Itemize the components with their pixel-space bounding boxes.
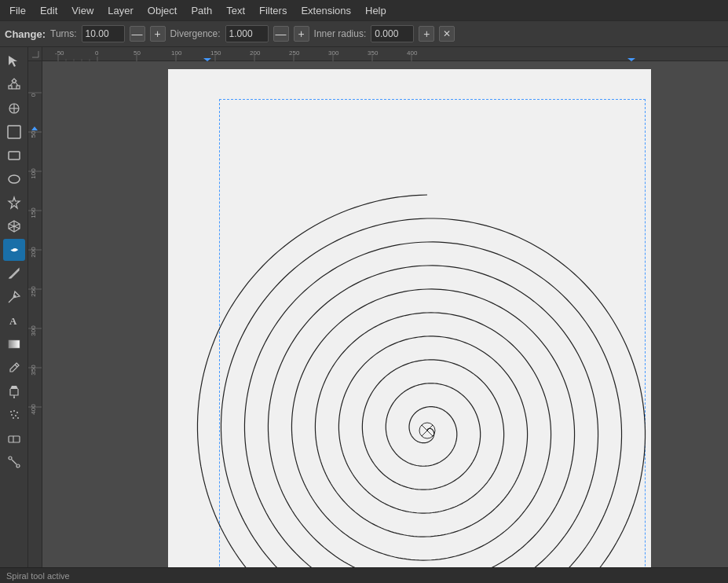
svg-point-33 xyxy=(9,456,12,460)
svg-text:150: 150 xyxy=(30,207,37,218)
svg-point-11 xyxy=(9,175,20,183)
tool-3dbox[interactable] xyxy=(3,215,25,237)
menu-file[interactable]: File xyxy=(3,3,32,18)
content-row: 0 50 100 150 200 250 300 xyxy=(28,61,728,567)
tool-zoom[interactable] xyxy=(3,121,25,143)
svg-line-21 xyxy=(15,365,17,367)
svg-text:400: 400 xyxy=(407,50,418,57)
tool-node[interactable] xyxy=(3,74,25,96)
menu-object[interactable]: Object xyxy=(141,3,184,18)
toolbar-divergence-minus[interactable]: — xyxy=(273,26,289,42)
svg-rect-2 xyxy=(16,86,20,89)
menubar: File Edit View Layer Object Path Text Fi… xyxy=(0,0,728,20)
menu-layer[interactable]: Layer xyxy=(101,3,140,18)
ruler-left: 0 50 100 150 200 250 300 xyxy=(28,61,42,567)
toolbar-turns-label: Turns: xyxy=(50,28,77,39)
menu-path[interactable]: Path xyxy=(185,3,218,18)
svg-text:300: 300 xyxy=(328,50,339,57)
toolbar-divergence-plus[interactable]: + xyxy=(294,26,309,42)
svg-rect-20 xyxy=(9,340,20,348)
tool-eraser[interactable] xyxy=(3,427,25,449)
tool-spray[interactable] xyxy=(3,404,25,426)
toolbar-turns-input[interactable] xyxy=(82,25,125,42)
svg-text:300: 300 xyxy=(30,325,37,336)
svg-text:0: 0 xyxy=(30,93,37,97)
toolbar-turns-minus[interactable]: — xyxy=(130,26,145,42)
svg-text:250: 250 xyxy=(30,286,37,297)
svg-text:400: 400 xyxy=(30,404,37,415)
ruler-corner xyxy=(28,47,42,61)
tool-rect[interactable] xyxy=(3,145,25,167)
svg-point-24 xyxy=(10,411,12,412)
menu-extensions[interactable]: Extensions xyxy=(294,3,357,18)
toolbox: A xyxy=(0,47,28,567)
menu-filters[interactable]: Filters xyxy=(253,3,293,18)
status-text: Spiral tool active xyxy=(6,571,70,581)
svg-point-18 xyxy=(14,295,16,297)
ruler-top: -50 0 50 100 150 200 250 300 350 xyxy=(28,47,728,61)
svg-rect-31 xyxy=(9,436,20,442)
toolbar-turns-plus[interactable]: + xyxy=(150,26,166,42)
toolbar-close-button[interactable]: ✕ xyxy=(439,26,455,42)
menu-edit[interactable]: Edit xyxy=(34,3,64,18)
svg-point-27 xyxy=(11,414,13,416)
svg-text:200: 200 xyxy=(30,247,37,258)
main-area: A xyxy=(0,47,728,567)
svg-text:0: 0 xyxy=(95,50,99,57)
svg-rect-9 xyxy=(8,126,20,138)
toolbar-inner-radius-label: Inner radius: xyxy=(314,28,367,39)
svg-text:250: 250 xyxy=(289,50,300,57)
svg-text:100: 100 xyxy=(171,50,182,57)
tool-pen[interactable] xyxy=(3,286,25,308)
tool-dropper[interactable] xyxy=(3,357,25,379)
tool-tweak[interactable] xyxy=(3,97,25,119)
svg-line-3 xyxy=(10,82,13,86)
tool-text[interactable]: A xyxy=(3,310,25,332)
tool-paint-bucket[interactable] xyxy=(3,380,25,402)
svg-text:200: 200 xyxy=(250,50,261,57)
menu-view[interactable]: View xyxy=(65,3,100,18)
menu-text[interactable]: Text xyxy=(220,3,251,18)
toolbar: Change: Turns: — + Divergence: — + Inner… xyxy=(0,20,728,47)
svg-point-34 xyxy=(16,464,20,468)
svg-line-35 xyxy=(12,460,16,464)
svg-text:50: 50 xyxy=(30,130,37,138)
tool-ellipse[interactable] xyxy=(3,168,25,190)
tool-connector[interactable] xyxy=(3,451,25,473)
spiral-svg xyxy=(168,69,651,567)
svg-text:-50: -50 xyxy=(55,50,64,57)
svg-text:350: 350 xyxy=(368,50,379,57)
svg-text:350: 350 xyxy=(30,365,37,376)
toolbar-divergence-label: Divergence: xyxy=(170,28,221,39)
svg-point-26 xyxy=(16,412,18,413)
tool-gradient[interactable] xyxy=(3,333,25,355)
svg-point-28 xyxy=(15,415,16,416)
toolbar-change-label: Change: xyxy=(5,28,46,40)
svg-marker-12 xyxy=(9,197,20,208)
tool-selector[interactable] xyxy=(3,50,25,72)
toolbar-divergence-input[interactable] xyxy=(225,25,269,42)
svg-line-4 xyxy=(15,82,18,86)
svg-text:150: 150 xyxy=(210,50,221,57)
toolbar-inner-radius-input[interactable] xyxy=(371,25,414,42)
tool-spiral[interactable] xyxy=(3,239,25,261)
svg-text:50: 50 xyxy=(134,50,141,57)
svg-point-25 xyxy=(13,410,15,412)
canvas-area[interactable]: -50 0 50 100 150 200 250 300 350 xyxy=(28,47,728,567)
tool-star[interactable] xyxy=(3,192,25,214)
menu-help[interactable]: Help xyxy=(359,3,393,18)
toolbar-inner-radius-plus[interactable]: + xyxy=(419,26,434,42)
svg-text:A: A xyxy=(9,315,17,327)
svg-point-29 xyxy=(13,417,14,419)
svg-text:100: 100 xyxy=(30,168,37,179)
svg-point-23 xyxy=(13,397,15,398)
svg-rect-1 xyxy=(9,86,12,89)
canvas-scroll[interactable] xyxy=(42,61,728,567)
svg-rect-10 xyxy=(9,152,20,160)
svg-marker-80 xyxy=(31,126,38,130)
svg-point-30 xyxy=(17,417,19,419)
statusbar: Spiral tool active xyxy=(0,567,728,583)
tool-pencil[interactable] xyxy=(3,262,25,284)
